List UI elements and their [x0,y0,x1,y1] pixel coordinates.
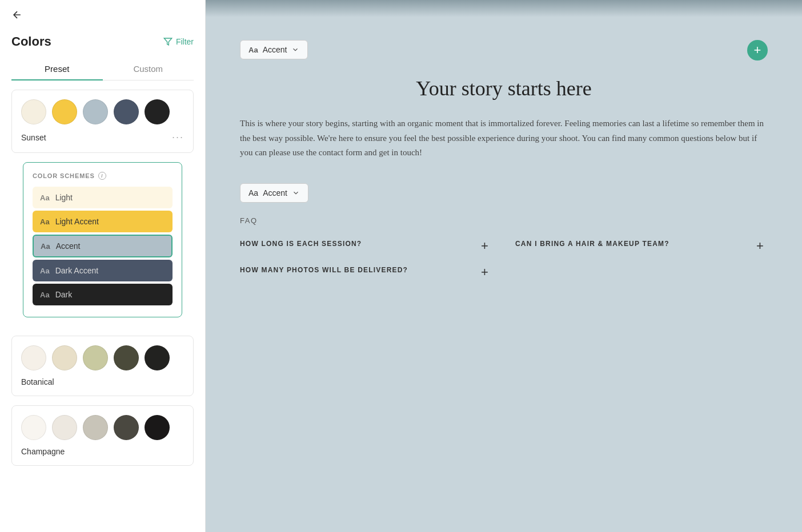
sunset-swatches [21,99,184,124]
scheme-aa-light: Aa [40,194,50,202]
faq-section: FAQ HOW LONG IS EACH SESSION? + CAN I BR… [240,216,768,297]
accent-label-bottom: Accent [263,188,287,198]
swatch-sunset-3 [83,99,108,124]
left-panel: Colors Filter Preset Custom Sunset ··· [0,0,206,532]
svg-marker-0 [164,38,171,45]
faq-plus-3[interactable]: + [481,265,492,280]
aa-icon-top: Aa [248,46,258,54]
scheme-light[interactable]: Aa Light [33,187,173,208]
swatch-champagne-3 [83,415,108,440]
sunset-footer: Sunset ··· [21,131,184,143]
scheme-dark-accent-label: Dark Accent [55,266,98,275]
scheme-accent[interactable]: Aa Accent [33,235,173,257]
accent-dropdown-top[interactable]: Aa Accent [240,40,308,59]
back-button[interactable] [0,0,205,30]
swatch-botanical-5 [145,345,170,370]
faq-plus-1[interactable]: + [481,239,492,253]
swatch-sunset-5 [145,99,170,124]
filter-button[interactable]: Filter [163,37,194,46]
preset-botanical[interactable]: Botanical [11,336,194,396]
scheme-light-label: Light [55,193,73,202]
swatch-champagne-1 [21,415,46,440]
panel-title: Colors [11,34,51,49]
story-title: Your story starts here [240,76,768,100]
faq-item-3: HOW MANY PHOTOS WILL BE DELIVERED? + [240,265,492,280]
champagne-swatches [21,415,184,440]
swatch-sunset-4 [114,99,139,124]
info-icon[interactable]: i [98,172,106,180]
faq-question-3: HOW MANY PHOTOS WILL BE DELIVERED? [240,265,408,275]
preset-champagne[interactable]: Champagne [11,405,194,466]
faq-item-1: HOW LONG IS EACH SESSION? + [240,239,492,253]
presets-list: Sunset ··· COLOR SCHEMES i Aa Light Aa L… [0,80,205,475]
tab-custom[interactable]: Custom [103,58,194,80]
faq-grid: HOW LONG IS EACH SESSION? + CAN I BRING … [240,239,768,280]
sunset-name: Sunset [21,133,46,142]
scheme-light-accent[interactable]: Aa Light Accent [33,211,173,232]
scheme-dark-label: Dark [55,290,73,299]
preset-sunset[interactable]: Sunset ··· [11,90,194,153]
champagne-name: Champagne [21,447,65,456]
faq-plus-2[interactable]: + [756,239,768,253]
swatch-champagne-4 [114,415,139,440]
story-body: This is where your story begins, startin… [240,116,768,160]
scheme-dark-accent[interactable]: Aa Dark Accent [33,260,173,281]
scheme-aa-dark-accent: Aa [40,267,50,275]
accent-label-top: Accent [263,45,287,54]
add-section-button[interactable]: + [747,40,768,61]
schemes-label: COLOR SCHEMES [33,172,95,179]
swatch-champagne-5 [145,415,170,440]
filter-label: Filter [176,37,194,46]
scheme-aa-light-accent: Aa [40,217,50,226]
swatch-sunset-2 [52,99,77,124]
faq-question-2: CAN I BRING A HAIR & MAKEUP TEAM? [515,239,669,249]
color-schemes-section: COLOR SCHEMES i Aa Light Aa Light Accent… [23,162,182,317]
scheme-dark[interactable]: Aa Dark [33,284,173,305]
swatch-botanical-4 [114,345,139,370]
scheme-light-accent-label: Light Accent [55,217,99,226]
scheme-aa-dark: Aa [40,291,50,299]
swatch-champagne-2 [52,415,77,440]
scheme-accent-label: Accent [56,241,81,251]
swatch-botanical-1 [21,345,46,370]
back-icon [11,9,23,21]
right-panel: Aa Accent + Your story starts here This … [206,0,802,532]
faq-question-1: HOW LONG IS EACH SESSION? [240,239,362,249]
panel-header: Colors Filter [0,30,205,58]
botanical-name: Botanical [21,377,54,386]
accent-dropdown-bottom[interactable]: Aa Accent [240,183,308,203]
tabs-container: Preset Custom [11,58,194,80]
chevron-down-icon-bottom [292,189,300,197]
botanical-swatches [21,345,184,370]
botanical-footer: Botanical [21,377,184,386]
champagne-footer: Champagne [21,447,184,456]
faq-item-2: CAN I BRING A HAIR & MAKEUP TEAM? + [515,239,768,253]
faq-label: FAQ [240,216,768,225]
content-area: Aa Accent + Your story starts here This … [206,17,802,320]
swatch-botanical-2 [52,345,77,370]
scheme-aa-accent: Aa [41,242,50,251]
swatch-sunset-1 [21,99,46,124]
schemes-header: COLOR SCHEMES i [33,172,173,180]
filter-icon [163,37,173,46]
chevron-down-icon-top [291,46,299,54]
tab-preset[interactable]: Preset [11,58,103,80]
swatch-botanical-3 [83,345,108,370]
aa-icon-bottom: Aa [248,188,258,198]
hero-image [206,0,802,17]
sunset-menu[interactable]: ··· [172,131,184,143]
